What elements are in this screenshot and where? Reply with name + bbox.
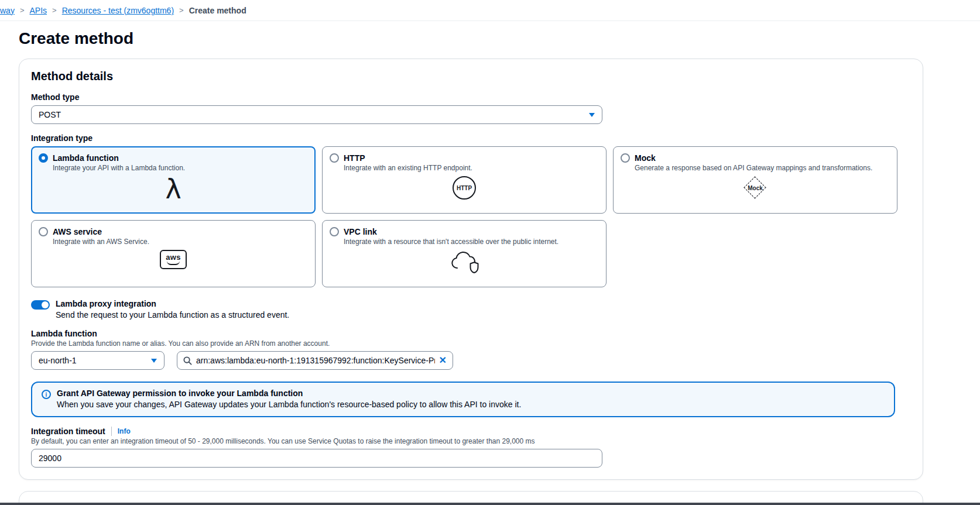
chevron-right-icon: > (20, 6, 25, 15)
tile-lambda-function[interactable]: Lambda function Integrate your API with … (31, 146, 316, 214)
vpc-link-radio[interactable] (330, 227, 339, 236)
lambda-proxy-label: Lambda proxy integration (56, 299, 289, 308)
integration-type-tiles: Lambda function Integrate your API with … (31, 146, 911, 287)
integration-timeout-info-link[interactable]: Info (118, 427, 131, 435)
chevron-right-icon: > (52, 6, 57, 15)
http-icon: HTTP (453, 176, 476, 200)
breadcrumb-item-apis[interactable]: APIs (30, 6, 47, 15)
lambda-function-description: Provide the Lambda function name or alia… (31, 339, 911, 348)
tile-description: Integrate with an AWS Service. (53, 238, 308, 246)
region-select[interactable]: eu-north-1 (31, 351, 165, 370)
permission-info-alert: i Grant API Gateway permission to invoke… (31, 382, 895, 417)
lambda-function-arn-box: ✕ (177, 351, 453, 370)
chevron-right-icon: > (179, 6, 184, 15)
chevron-down-icon (151, 359, 157, 363)
integration-timeout-field: Integration timeout Info By default, you… (31, 427, 911, 468)
tile-description: Integrate with a resource that isn't acc… (344, 238, 599, 246)
aws-icon: aws (160, 250, 186, 269)
integration-type-label: Integration type (31, 133, 911, 143)
integration-timeout-description: By default, you can enter an integration… (31, 437, 911, 445)
breadcrumb-item-resources[interactable]: Resources - test (zmv6ogttm6) (62, 6, 174, 15)
tile-aws-service[interactable]: AWS service Integrate with an AWS Servic… (31, 220, 316, 287)
integration-type-field: Integration type Lambda function Integra… (31, 133, 911, 287)
breadcrumb-item-gateway[interactable]: way (0, 6, 15, 15)
divider (111, 427, 112, 436)
lambda-proxy-description: Send the request to your Lambda function… (56, 310, 289, 320)
mock-icon: Mock (742, 176, 769, 200)
search-icon (183, 356, 192, 365)
info-icon: i (42, 390, 51, 399)
split-panel-edge (0, 503, 980, 505)
aws-service-radio[interactable] (39, 227, 48, 236)
lambda-proxy-row: Lambda proxy integration Send the reques… (31, 299, 911, 320)
tile-name: Mock (635, 153, 656, 163)
tile-vpc-link[interactable]: VPC link Integrate with a resource that … (322, 220, 606, 287)
tile-http[interactable]: HTTP Integrate with an existing HTTP end… (322, 146, 606, 214)
clear-icon[interactable]: ✕ (439, 356, 447, 365)
breadcrumb: way > APIs > Resources - test (zmv6ogttm… (0, 0, 980, 21)
lambda-function-radio[interactable] (39, 153, 48, 163)
lambda-function-arn-input[interactable] (196, 356, 435, 365)
method-details-card: Method details Method type POST Integrat… (19, 59, 923, 480)
method-type-select[interactable]: POST (31, 105, 602, 124)
tile-description: Integrate your API with a Lambda functio… (53, 164, 308, 172)
tile-mock[interactable]: Mock Generate a response based on API Ga… (613, 146, 897, 214)
lambda-function-field: Lambda function Provide the Lambda funct… (31, 329, 911, 370)
alert-description: When you save your changes, API Gateway … (57, 400, 521, 409)
tile-name: VPC link (344, 227, 377, 236)
alert-title: Grant API Gateway permission to invoke y… (57, 389, 521, 398)
tile-name: AWS service (53, 227, 102, 236)
method-type-value: POST (39, 110, 61, 119)
integration-timeout-input[interactable] (31, 449, 602, 468)
chevron-down-icon (589, 113, 595, 117)
tile-description: Generate a response based on API Gateway… (635, 164, 890, 172)
tile-name: HTTP (344, 153, 365, 163)
breadcrumb-item-current: Create method (189, 6, 246, 15)
lambda-proxy-toggle[interactable] (31, 300, 50, 310)
tile-name: Lambda function (53, 153, 119, 163)
mock-radio[interactable] (621, 153, 630, 163)
lambda-function-label: Lambda function (31, 329, 911, 338)
http-radio[interactable] (330, 153, 339, 163)
page-title: Create method (19, 29, 980, 48)
integration-timeout-label: Integration timeout (31, 427, 105, 436)
vpc-link-icon (449, 250, 479, 277)
tile-description: Integrate with an existing HTTP endpoint… (344, 164, 599, 172)
region-value: eu-north-1 (39, 356, 77, 365)
lambda-icon: λ (165, 176, 181, 202)
method-type-field: Method type POST (31, 92, 911, 124)
card-title: Method details (31, 70, 911, 83)
method-type-label: Method type (31, 92, 911, 102)
